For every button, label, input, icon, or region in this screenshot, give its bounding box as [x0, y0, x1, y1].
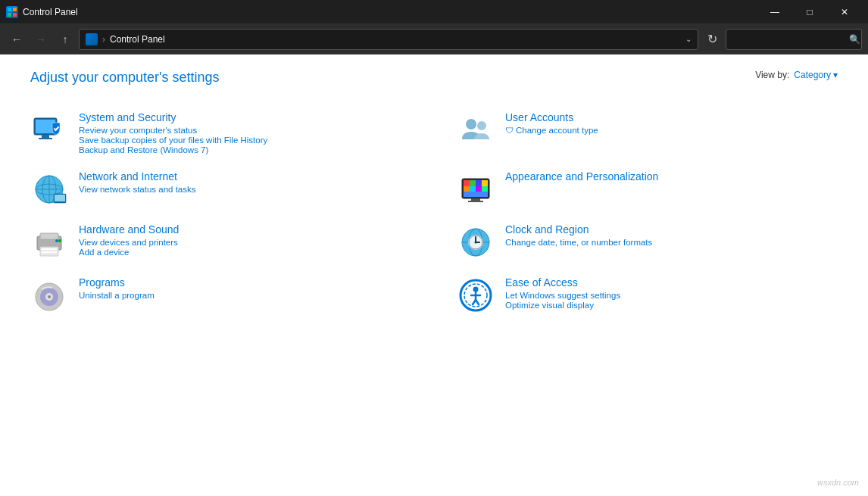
ease-access-title[interactable]: Ease of Access — [505, 276, 838, 289]
svg-rect-33 — [42, 248, 57, 250]
svg-rect-31 — [40, 233, 58, 239]
ease-access-icon — [457, 276, 495, 314]
programs-link-1[interactable]: Uninstall a program — [79, 291, 411, 300]
svg-rect-27 — [464, 192, 488, 197]
network-internet-icon — [30, 170, 68, 208]
change-account-type-text[interactable]: Change account type — [516, 126, 598, 135]
svg-point-9 — [477, 121, 486, 130]
categories-grid: System and Security Review your computer… — [30, 104, 838, 322]
svg-point-51 — [473, 287, 479, 292]
svg-rect-25 — [476, 186, 482, 192]
watermark: wsxdn.com — [817, 478, 859, 487]
view-by: View by: Category ▾ — [755, 70, 838, 80]
programs-title[interactable]: Programs — [79, 276, 411, 289]
shield-icon: 🛡 — [505, 126, 514, 135]
category-ease-access: Ease of Access Let Windows suggest setti… — [457, 269, 838, 322]
back-button[interactable]: ← — [6, 29, 27, 50]
view-by-dropdown[interactable]: Category ▾ — [794, 70, 838, 80]
system-security-icon — [30, 111, 68, 149]
clock-region-text: Clock and Region Change date, time, or n… — [505, 223, 838, 248]
maximize-button[interactable]: □ — [792, 0, 827, 24]
user-accounts-text: User Accounts 🛡 Change account type — [505, 111, 838, 136]
path-separator: › — [102, 34, 105, 45]
category-programs: Programs Uninstall a program — [30, 269, 411, 322]
refresh-button[interactable]: ↻ — [701, 29, 723, 50]
svg-rect-29 — [468, 201, 483, 202]
main-content: Adjust your computer's settings View by:… — [0, 55, 868, 496]
user-accounts-title[interactable]: User Accounts — [505, 111, 838, 123]
window-title: Control Panel — [23, 7, 757, 17]
hardware-sound-link-2[interactable]: Add a device — [79, 248, 411, 257]
view-by-label: View by: — [755, 70, 789, 80]
hardware-sound-title[interactable]: Hardware and Sound — [79, 223, 411, 236]
category-appearance: Appearance and Personalization — [457, 163, 838, 216]
path-dropdown-button[interactable]: ⌄ — [685, 35, 692, 43]
svg-rect-24 — [470, 186, 476, 192]
path-text: Control Panel — [110, 34, 165, 45]
svg-rect-16 — [55, 195, 65, 201]
svg-point-36 — [58, 239, 61, 242]
svg-rect-1 — [13, 8, 17, 11]
svg-rect-28 — [471, 198, 480, 201]
search-icon: 🔍 — [849, 34, 860, 45]
user-accounts-icon — [457, 111, 495, 149]
svg-rect-19 — [464, 180, 470, 186]
svg-rect-2 — [8, 13, 11, 17]
category-hardware-sound: Hardware and Sound View devices and prin… — [30, 216, 411, 269]
view-by-arrow: ▾ — [833, 70, 838, 80]
category-system-security: System and Security Review your computer… — [30, 104, 411, 163]
window-controls: — □ ✕ — [757, 0, 862, 24]
svg-rect-26 — [482, 186, 488, 192]
clock-region-title[interactable]: Clock and Region — [505, 223, 838, 236]
system-security-link-2[interactable]: Save backup copies of your files with Fi… — [79, 136, 411, 145]
system-security-link-3[interactable]: Backup and Restore (Windows 7) — [79, 145, 411, 154]
svg-rect-3 — [13, 13, 17, 17]
svg-point-48 — [48, 295, 51, 298]
ease-access-link-2[interactable]: Optimize visual display — [505, 301, 838, 310]
clock-region-link-1[interactable]: Change date, time, or number formats — [505, 238, 838, 247]
svg-rect-20 — [470, 180, 476, 186]
appearance-title[interactable]: Appearance and Personalization — [505, 170, 838, 182]
svg-rect-22 — [482, 180, 488, 186]
search-box[interactable]: 🔍 — [726, 29, 862, 50]
user-accounts-link-1[interactable]: 🛡 Change account type — [505, 126, 838, 135]
hardware-sound-link-1[interactable]: View devices and printers — [79, 238, 411, 247]
appearance-icon — [457, 170, 495, 208]
category-network-internet: Network and Internet View network status… — [30, 163, 411, 216]
address-path[interactable]: › Control Panel ⌄ — [79, 29, 698, 50]
svg-rect-21 — [476, 180, 482, 186]
forward-button[interactable]: → — [30, 29, 52, 50]
title-bar: Control Panel — □ ✕ — [0, 0, 868, 24]
svg-point-8 — [466, 119, 476, 129]
programs-icon — [30, 276, 68, 314]
svg-rect-7 — [39, 138, 52, 139]
svg-rect-34 — [42, 251, 57, 253]
minimize-button[interactable]: — — [757, 0, 792, 24]
svg-rect-23 — [464, 186, 470, 192]
hardware-sound-icon — [30, 223, 68, 261]
address-bar: ← → ↑ › Control Panel ⌄ ↻ 🔍 — [0, 24, 868, 55]
category-user-accounts: User Accounts 🛡 Change account type — [457, 104, 838, 163]
network-internet-link-1[interactable]: View network status and tasks — [79, 185, 411, 194]
svg-line-55 — [476, 300, 479, 304]
ease-access-text: Ease of Access Let Windows suggest setti… — [505, 276, 838, 310]
svg-point-35 — [55, 239, 58, 242]
page-title: Adjust your computer's settings — [30, 70, 838, 86]
svg-rect-6 — [42, 135, 49, 138]
view-by-value-text: Category — [794, 70, 831, 80]
network-internet-title[interactable]: Network and Internet — [79, 170, 411, 182]
app-icon — [6, 6, 18, 18]
system-security-title[interactable]: System and Security — [79, 111, 411, 123]
system-security-link-1[interactable]: Review your computer's status — [79, 126, 411, 135]
close-button[interactable]: ✕ — [827, 0, 862, 24]
ease-access-link-1[interactable]: Let Windows suggest settings — [505, 291, 838, 300]
svg-point-44 — [475, 242, 477, 244]
path-icon — [86, 33, 98, 45]
appearance-text: Appearance and Personalization — [505, 170, 838, 185]
system-security-text: System and Security Review your computer… — [79, 111, 411, 155]
clock-region-icon — [457, 223, 495, 261]
up-button[interactable]: ↑ — [55, 29, 76, 50]
hardware-sound-text: Hardware and Sound View devices and prin… — [79, 223, 411, 257]
svg-rect-0 — [8, 8, 11, 11]
search-input[interactable] — [732, 34, 846, 45]
